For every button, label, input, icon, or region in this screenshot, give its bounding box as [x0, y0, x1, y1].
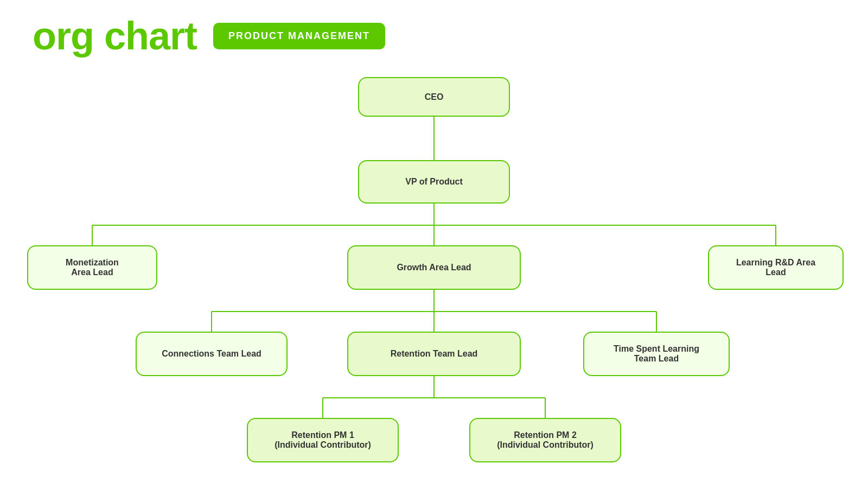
node-learning-rd[interactable]: Learning R&D AreaLead	[708, 245, 844, 290]
node-ceo[interactable]: CEO	[358, 77, 510, 117]
node-growth[interactable]: Growth Area Lead	[347, 245, 521, 290]
node-vp[interactable]: VP of Product	[358, 160, 510, 204]
page-header: org chart PRODUCT MANAGEMENT	[0, 0, 868, 55]
department-badge: PRODUCT MANAGEMENT	[213, 23, 385, 49]
node-retention-pm2[interactable]: Retention PM 2(Individual Contributor)	[469, 418, 621, 462]
node-time-spent[interactable]: Time Spent LearningTeam Lead	[583, 332, 730, 376]
node-connections[interactable]: Connections Team Lead	[136, 332, 288, 376]
node-retention-pm1[interactable]: Retention PM 1(Individual Contributor)	[247, 418, 399, 462]
node-retention[interactable]: Retention Team Lead	[347, 332, 521, 376]
page-title: org chart	[33, 16, 197, 55]
org-chart-area: CEO VP of Product MonetizationArea Lead …	[0, 61, 868, 479]
node-monetization[interactable]: MonetizationArea Lead	[27, 245, 157, 290]
